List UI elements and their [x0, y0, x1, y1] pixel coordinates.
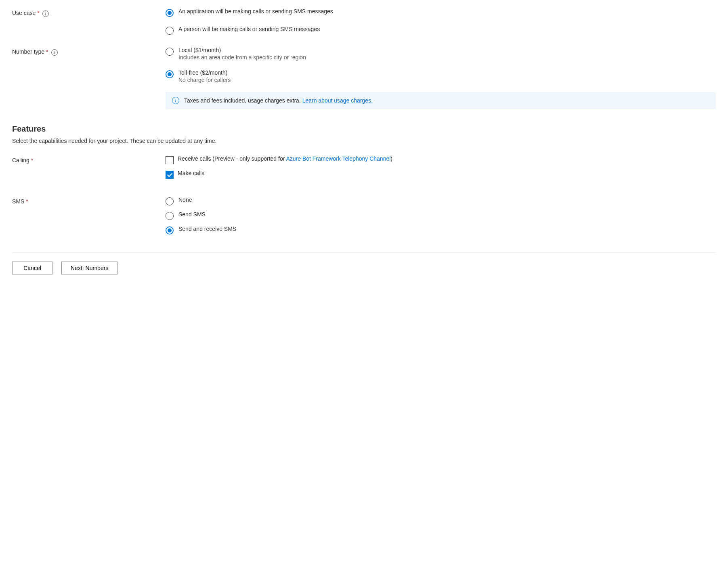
radio-icon: [166, 212, 174, 220]
telephony-channel-link[interactable]: Azure Bot Framework Telephony Channel: [286, 155, 390, 162]
checkbox-icon: [166, 156, 174, 164]
sms-radio-none[interactable]: None: [166, 197, 716, 205]
number-type-options: Local ($1/month) Includes an area code f…: [166, 47, 716, 112]
number-type-radio-local[interactable]: Local ($1/month) Includes an area code f…: [166, 47, 716, 61]
footer-buttons: Cancel Next: Numbers: [12, 262, 716, 274]
sms-label-col: SMS *: [12, 197, 166, 240]
required-asterisk: *: [46, 48, 48, 55]
calling-label-col: Calling *: [12, 155, 166, 184]
features-heading: Features: [12, 124, 716, 134]
radio-label: None: [178, 197, 192, 203]
radio-label: A person will be making calls or sending…: [178, 26, 320, 32]
radio-label: Toll-free ($2/month): [178, 69, 231, 76]
cancel-button[interactable]: Cancel: [12, 262, 52, 274]
calling-label: Calling *: [12, 157, 33, 163]
radio-icon: [166, 48, 174, 56]
usage-charges-link[interactable]: Learn about usage charges.: [302, 97, 373, 104]
calling-row: Calling * Receive calls (Preview - only …: [12, 155, 716, 184]
radio-label: An application will be making calls or s…: [178, 8, 333, 15]
calling-checkbox-receive[interactable]: Receive calls (Preview - only supported …: [166, 155, 716, 164]
number-type-label-col: Number type * i: [12, 47, 166, 112]
radio-icon: [166, 197, 174, 205]
radio-label: Send SMS: [178, 211, 206, 218]
calling-checkbox-make[interactable]: Make calls: [166, 170, 716, 179]
features-description: Select the capabilities needed for your …: [12, 138, 716, 144]
use-case-label: Use case *: [12, 10, 40, 16]
sms-row: SMS * None Send SMS Send and receive SMS: [12, 197, 716, 240]
radio-icon: [166, 27, 174, 35]
number-type-radio-tollfree[interactable]: Toll-free ($2/month) No charge for calle…: [166, 69, 716, 83]
sms-options: None Send SMS Send and receive SMS: [166, 197, 716, 240]
radio-sublabel: Includes an area code from a specific ci…: [178, 54, 306, 61]
use-case-options: An application will be making calls or s…: [166, 8, 716, 35]
radio-icon: [166, 226, 174, 235]
sms-radio-send-receive[interactable]: Send and receive SMS: [166, 226, 716, 235]
checkbox-icon: [166, 171, 174, 179]
use-case-label-col: Use case * i: [12, 8, 166, 35]
radio-icon: [166, 9, 174, 17]
calling-options: Receive calls (Preview - only supported …: [166, 155, 716, 184]
radio-sublabel: No charge for callers: [178, 77, 231, 83]
info-icon: i: [172, 97, 179, 104]
next-numbers-button[interactable]: Next: Numbers: [61, 262, 117, 274]
sms-label: SMS *: [12, 198, 28, 205]
checkbox-label: Make calls: [178, 170, 204, 176]
sms-radio-send[interactable]: Send SMS: [166, 211, 716, 220]
footer-divider: [12, 252, 716, 253]
radio-icon: [166, 70, 174, 78]
required-asterisk: *: [31, 157, 33, 163]
info-icon[interactable]: i: [51, 49, 58, 56]
use-case-row: Use case * i An application will be maki…: [12, 8, 716, 35]
info-icon[interactable]: i: [42, 10, 49, 17]
radio-label: Local ($1/month): [178, 47, 306, 53]
use-case-radio-person[interactable]: A person will be making calls or sending…: [166, 26, 716, 35]
required-asterisk: *: [26, 198, 28, 205]
number-type-row: Number type * i Local ($1/month) Include…: [12, 47, 716, 112]
checkbox-label: Receive calls (Preview - only supported …: [178, 155, 392, 162]
radio-label: Send and receive SMS: [178, 226, 236, 232]
required-asterisk: *: [37, 10, 39, 16]
banner-text: Taxes and fees included, usage charges e…: [184, 97, 373, 104]
number-type-label: Number type *: [12, 48, 48, 55]
use-case-radio-application[interactable]: An application will be making calls or s…: [166, 8, 716, 17]
pricing-info-banner: i Taxes and fees included, usage charges…: [166, 92, 716, 109]
